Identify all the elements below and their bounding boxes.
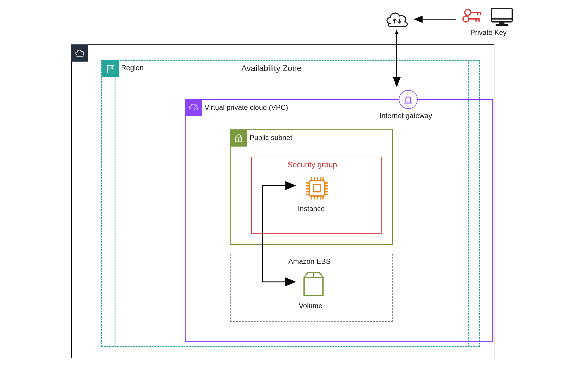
region-flag-icon — [102, 60, 119, 77]
public-subnet-label: Public subnet — [250, 134, 292, 142]
aws-cloud-icon — [71, 44, 88, 62]
private-key-icon — [462, 6, 515, 27]
instance-cpu-icon — [302, 173, 332, 204]
internet-gateway-icon — [399, 90, 418, 109]
region-label: Region — [121, 64, 144, 72]
svg-point-1 — [463, 16, 469, 22]
subnet-lock-icon — [230, 129, 247, 147]
security-group-label: Security group — [287, 160, 337, 169]
svg-rect-15 — [314, 185, 321, 192]
svg-rect-36 — [304, 277, 323, 296]
internet-gateway-label: Internet gateway — [380, 112, 432, 120]
svg-rect-2 — [491, 8, 512, 22]
svg-rect-14 — [309, 181, 325, 196]
aws-cloud-box: Region Availability Zone Virtual private… — [71, 44, 494, 358]
public-subnet-box: Public subnet Security group — [230, 129, 393, 245]
ebs-box: Amazon EBS Volume — [230, 254, 393, 322]
az-dash-right — [468, 60, 469, 347]
volume-icon — [299, 269, 328, 300]
vpc-icon — [185, 99, 202, 116]
region-box: Region Availability Zone Virtual private… — [101, 60, 480, 347]
az-dash-left — [115, 60, 115, 347]
svg-rect-5 — [496, 24, 508, 26]
private-key-label: Private Key — [459, 28, 518, 37]
ebs-label: Amazon EBS — [288, 257, 331, 266]
internet-cloud-icon — [383, 9, 410, 30]
volume-label: Volume — [299, 302, 322, 310]
availability-zone-label: Availability Zone — [241, 64, 301, 73]
vpc-box: Virtual private cloud (VPC) Internet gat… — [185, 99, 493, 342]
security-group-box: Security group — [251, 157, 382, 234]
instance-label: Instance — [298, 205, 325, 213]
vpc-label: Virtual private cloud (VPC) — [205, 103, 288, 112]
svg-rect-4 — [499, 23, 504, 24]
svg-point-0 — [465, 9, 471, 15]
svg-point-12 — [238, 139, 240, 140]
